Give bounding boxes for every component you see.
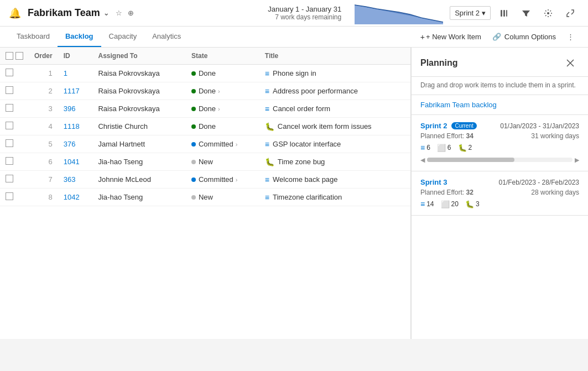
task-icon-3: ⬜	[441, 200, 450, 208]
svg-point-5	[547, 12, 549, 14]
row-checkbox-cell	[0, 189, 29, 206]
plus-icon: +	[420, 33, 425, 41]
item-type-icon: ≡	[265, 140, 269, 149]
sprint-3-task-count: ⬜ 20	[441, 200, 459, 208]
row-assigned: Johnnie McLeod	[92, 171, 186, 189]
row-id[interactable]: 1042	[58, 189, 93, 206]
ellipsis-icon: ⋮	[567, 33, 574, 41]
row-title: ≡ Phone sign in	[259, 65, 410, 82]
row-order: 5	[29, 135, 58, 153]
row-order: 2	[29, 82, 58, 100]
col-order[interactable]: Order	[29, 48, 58, 65]
row-id[interactable]: 376	[58, 135, 93, 153]
sprint-3-effort: Planned Effort: 32 28 working days	[420, 189, 579, 196]
row-order: 8	[29, 189, 58, 206]
settings-icon[interactable]	[539, 4, 557, 22]
row-checkbox-cell	[0, 65, 29, 82]
row-state: Done ›	[186, 82, 259, 100]
planning-description: Drag and drop work items to include them…	[412, 77, 588, 95]
table-row: 7 363 Johnnie McLeod Committed › ≡ Welco…	[0, 171, 410, 189]
tab-backlog[interactable]: Backlog	[58, 27, 101, 47]
item-type-icon: ≡	[265, 175, 269, 184]
table-row: 5 376 Jamal Hartnett Committed › ≡ GSP l…	[0, 135, 410, 153]
fabrikam-backlog-link[interactable]: Fabrikam Team backlog	[412, 95, 588, 115]
sprint-3-header: Sprint 3 01/Feb/2023 - 28/Feb/2023	[420, 178, 579, 186]
row-order: 3	[29, 100, 58, 118]
col-id[interactable]: ID	[58, 48, 93, 65]
row-checkbox[interactable]	[6, 175, 13, 182]
app-header: 🔔 Fabrikam Team ⌄ ☆ ⊕ January 1 - Januar…	[0, 0, 588, 27]
sprint-2-name[interactable]: Sprint 2	[420, 122, 447, 130]
row-checkbox[interactable]	[6, 139, 13, 147]
link-icon: 🔗	[492, 33, 501, 41]
item-type-icon: ≡	[265, 193, 269, 202]
row-checkbox[interactable]	[6, 69, 13, 76]
sprint-2-bug-count: 🐛 2	[458, 144, 472, 152]
table-header-row: Order ID Assigned To State Title	[0, 48, 410, 65]
row-id[interactable]: 1	[58, 65, 93, 82]
row-title: ≡ GSP locator interface	[259, 135, 410, 153]
manage-members-icon[interactable]: ⊕	[128, 9, 134, 17]
row-assigned: Raisa Pokrovskaya	[92, 82, 186, 100]
sprint-dropdown[interactable]: Sprint 2 ▾	[450, 6, 491, 20]
row-assigned: Jamal Hartnett	[92, 135, 186, 153]
row-title: ≡ Cancel order form	[259, 100, 410, 118]
expand-icon[interactable]	[561, 4, 579, 22]
sprint-3-bug-count: 🐛 3	[465, 200, 480, 208]
col-title[interactable]: Title	[259, 48, 410, 65]
team-chevron-icon[interactable]: ⌄	[103, 9, 109, 17]
main-content: Order ID Assigned To State Title 1 1 Rai…	[0, 48, 588, 339]
row-state: Done	[186, 118, 259, 135]
row-id[interactable]: 1118	[58, 118, 93, 135]
sprint-2-dates: 01/Jan/2023 - 31/Jan/2023	[500, 122, 579, 130]
table-row: 1 1 Raisa Pokrovskaya Done ≡ Phone sign …	[0, 65, 410, 82]
row-state: Committed ›	[186, 135, 259, 153]
row-order: 4	[29, 118, 58, 135]
row-order: 1	[29, 65, 58, 82]
row-id[interactable]: 396	[58, 100, 93, 118]
row-title: ≡ Timezone clarification	[259, 189, 410, 206]
column-options-icon[interactable]	[495, 4, 513, 22]
row-assigned: Jia-hao Tseng	[92, 153, 186, 171]
select-all-checkbox[interactable]	[6, 52, 13, 60]
scroll-left-icon[interactable]: ◀	[420, 156, 425, 164]
sprint-2-scrollbar[interactable]	[427, 158, 573, 162]
row-checkbox[interactable]	[6, 104, 13, 112]
filter-icon[interactable]	[517, 4, 535, 22]
row-assigned: Christie Church	[92, 118, 186, 135]
col-state[interactable]: State	[186, 48, 259, 65]
tab-capacity[interactable]: Capacity	[101, 27, 145, 47]
burndown-chart	[355, 2, 443, 24]
sprint-3-name[interactable]: Sprint 3	[420, 178, 447, 186]
row-checkbox-cell	[0, 100, 29, 118]
sprint-2-effort: Planned Effort: 34 31 working days	[420, 132, 579, 140]
star-icon[interactable]: ☆	[116, 9, 122, 17]
row-checkbox[interactable]	[6, 122, 13, 129]
team-name[interactable]: Fabrikam Team ⌄	[28, 7, 109, 19]
close-planning-button[interactable]	[561, 54, 579, 72]
current-badge: Current	[451, 122, 476, 129]
more-options-button[interactable]: ⋮	[561, 28, 579, 46]
item-type-icon: ≡	[265, 69, 269, 78]
row-checkbox[interactable]	[6, 86, 13, 94]
column-options-button[interactable]: 🔗 Column Options	[487, 30, 561, 44]
table-row: 2 1117 Raisa Pokrovskaya Done › ≡ Addres…	[0, 82, 410, 100]
row-id[interactable]: 1041	[58, 153, 93, 171]
tab-analytics[interactable]: Analytics	[144, 27, 189, 47]
row-title: 🐛 Time zone bug	[259, 153, 410, 171]
row-state: Done ›	[186, 100, 259, 118]
row-checkbox[interactable]	[6, 157, 13, 165]
bug-icon-3: 🐛	[465, 200, 474, 208]
expand-all-checkbox[interactable]	[15, 52, 23, 60]
row-state: Committed ›	[186, 171, 259, 189]
new-work-item-button[interactable]: + + New Work Item	[415, 30, 487, 44]
scroll-right-icon[interactable]: ▶	[575, 156, 579, 164]
row-checkbox-cell	[0, 82, 29, 100]
row-id[interactable]: 1117	[58, 82, 93, 100]
tab-taskboard[interactable]: Taskboard	[9, 27, 58, 47]
col-assigned[interactable]: Assigned To	[92, 48, 186, 65]
row-checkbox[interactable]	[6, 192, 13, 200]
story-icon: ≡	[420, 143, 425, 152]
item-type-icon: ≡	[265, 87, 269, 96]
row-id[interactable]: 363	[58, 171, 93, 189]
